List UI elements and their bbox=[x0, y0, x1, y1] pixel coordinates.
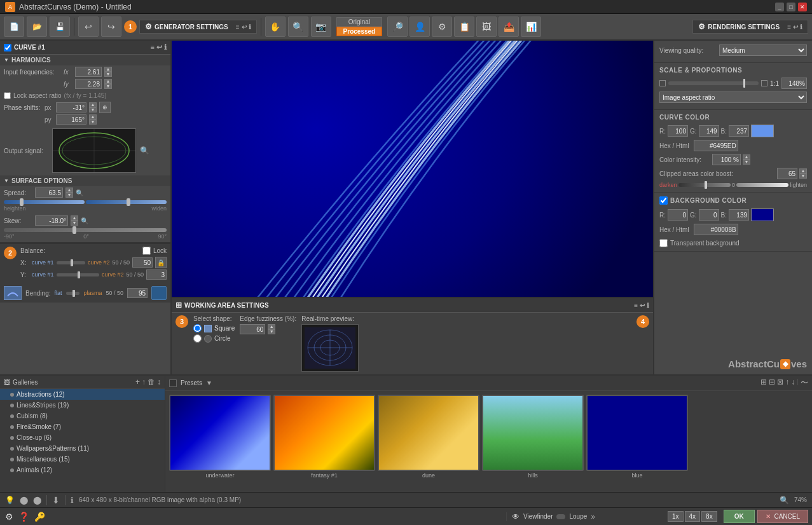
curve1-skew-up[interactable]: ▲ bbox=[71, 215, 78, 221]
bending-input[interactable] bbox=[127, 288, 148, 298]
curve-r-input[interactable] bbox=[668, 125, 688, 137]
curve1-skew-mag[interactable]: 🔍 bbox=[81, 217, 88, 224]
ok-button[interactable]: OK bbox=[724, 510, 755, 523]
curve1-harmonics-header[interactable]: HARMONICS bbox=[0, 55, 170, 65]
aspect-ratio-select[interactable]: Image aspect ratio bbox=[659, 92, 807, 103]
wa-menu-icon[interactable]: ≡ bbox=[634, 302, 638, 309]
curve1-py-input[interactable] bbox=[56, 114, 86, 125]
clipped-slider[interactable] bbox=[678, 183, 731, 187]
curve1-widen-slider[interactable] bbox=[86, 199, 167, 205]
save-btn[interactable]: 💾 bbox=[50, 17, 70, 37]
maximize-btn[interactable]: □ bbox=[787, 3, 795, 11]
canvas-area[interactable] bbox=[172, 41, 653, 297]
bg-hex-input[interactable] bbox=[694, 224, 738, 235]
gallery-export-icon[interactable]: ↑ bbox=[142, 378, 146, 386]
shape-square-radio[interactable] bbox=[193, 324, 202, 332]
toggle1[interactable]: ⬤ bbox=[20, 496, 28, 505]
gallery-list-item[interactable]: Close-up (6) bbox=[0, 432, 165, 443]
badge-1[interactable]: 1 bbox=[124, 20, 137, 33]
camera-tool[interactable]: 📷 bbox=[311, 17, 331, 37]
clipped-input[interactable] bbox=[777, 168, 797, 179]
preset-thumb-item[interactable]: dune bbox=[378, 395, 479, 488]
blend-x-input[interactable] bbox=[132, 257, 153, 268]
gen-menu-icon[interactable]: ≡ bbox=[236, 24, 240, 31]
curve1-checkbox[interactable] bbox=[4, 44, 11, 51]
bending-slider[interactable] bbox=[66, 292, 80, 295]
curve-g-input[interactable] bbox=[699, 125, 719, 137]
view-original-btn[interactable]: Original bbox=[336, 17, 383, 27]
badge-3[interactable]: 3 bbox=[175, 315, 188, 328]
bg-r-input[interactable] bbox=[668, 209, 688, 221]
bg-color-checkbox[interactable] bbox=[659, 196, 668, 205]
blend-lock-checkbox[interactable] bbox=[142, 247, 151, 255]
edge-input[interactable] bbox=[240, 324, 265, 334]
presets-icon3[interactable]: ⊠ bbox=[777, 378, 783, 388]
gallery-list-item[interactable]: Fire&Smoke (7) bbox=[0, 421, 165, 432]
down-icon[interactable]: ⬇ bbox=[52, 495, 60, 505]
curve1-skew-slider[interactable] bbox=[4, 228, 167, 232]
viewfinder-toggle[interactable] bbox=[556, 514, 565, 519]
zoom-tool[interactable]: 🔍 bbox=[288, 17, 308, 37]
undo-btn[interactable]: ↩ bbox=[78, 17, 99, 37]
blend-y-input[interactable] bbox=[146, 269, 167, 280]
help-icon[interactable]: ❓ bbox=[18, 512, 29, 522]
tool1[interactable]: 🔎 bbox=[387, 17, 408, 37]
zoom-1x-btn[interactable]: 1x bbox=[668, 511, 684, 522]
presets-icon2[interactable]: ⊟ bbox=[769, 378, 775, 388]
bg-g-input[interactable] bbox=[699, 209, 719, 221]
presets-icon5[interactable]: ↓ bbox=[791, 378, 795, 388]
curve1-fy-input[interactable] bbox=[75, 79, 102, 89]
curve1-py-up[interactable]: ▲ bbox=[89, 114, 97, 119]
curve1-undo-icon[interactable]: ↩ bbox=[156, 43, 162, 51]
presets-curve-icon[interactable]: 〜 bbox=[801, 378, 808, 388]
preset-thumb-item[interactable]: blue bbox=[586, 395, 688, 488]
curve1-info-icon[interactable]: ℹ bbox=[164, 43, 167, 51]
bg-color-swatch[interactable] bbox=[751, 208, 774, 221]
gallery-delete-icon[interactable]: 🗑 bbox=[148, 378, 155, 386]
clipped-down[interactable]: ▼ bbox=[799, 174, 807, 179]
gen-undo-icon[interactable]: ↩ bbox=[242, 24, 247, 31]
viewing-quality-select[interactable]: Medium Low High bbox=[719, 44, 807, 56]
clipped-slider-right[interactable] bbox=[736, 183, 788, 187]
tool5[interactable]: 🖼 bbox=[476, 17, 497, 37]
new-btn[interactable]: 📄 bbox=[4, 17, 24, 37]
wa-info-icon[interactable]: ℹ bbox=[647, 302, 649, 309]
bg-b-input[interactable] bbox=[729, 209, 749, 221]
curve1-surface-header[interactable]: SURFACE OPTIONS bbox=[0, 175, 170, 186]
hand-tool[interactable]: ✋ bbox=[265, 17, 286, 37]
gallery-list-item[interactable]: Abstractions (12) bbox=[0, 389, 165, 400]
gallery-sort-icon[interactable]: ↕ bbox=[157, 378, 161, 386]
bending-wave-icon[interactable] bbox=[151, 286, 167, 300]
scale-pct-input[interactable] bbox=[781, 78, 807, 89]
curve1-fy-down[interactable]: ▼ bbox=[104, 84, 112, 89]
close-btn[interactable]: ✕ bbox=[798, 3, 807, 11]
gallery-list-item[interactable]: Lines&Stripes (19) bbox=[0, 400, 165, 411]
rend-menu-icon[interactable]: ≡ bbox=[787, 24, 791, 31]
settings-icon[interactable]: ⚙ bbox=[5, 512, 13, 522]
preset-thumb-item[interactable]: hills bbox=[482, 395, 584, 488]
curve1-fx-input[interactable] bbox=[75, 67, 102, 77]
gallery-add-icon[interactable]: + bbox=[135, 378, 140, 386]
curve-color-swatch[interactable] bbox=[751, 125, 774, 137]
color-intensity-input[interactable] bbox=[712, 154, 741, 165]
curve1-py-down[interactable]: ▼ bbox=[89, 119, 97, 125]
curve1-fx-down[interactable]: ▼ bbox=[104, 72, 112, 77]
zoom-8x-btn[interactable]: 8x bbox=[701, 511, 717, 522]
preset-thumb-item[interactable]: fantasy #1 bbox=[273, 395, 375, 488]
curve1-fy-up[interactable]: ▲ bbox=[104, 79, 112, 84]
curve1-spread-mag[interactable]: 🔍 bbox=[76, 189, 83, 196]
tool2[interactable]: 👤 bbox=[409, 17, 430, 37]
gallery-list-item[interactable]: Wallpapers&Patterns (11) bbox=[0, 443, 165, 454]
curve1-heighten-slider[interactable] bbox=[4, 199, 85, 205]
ci-up[interactable]: ▲ bbox=[743, 154, 750, 160]
transparent-checkbox[interactable] bbox=[659, 239, 668, 247]
badge-4[interactable]: 4 bbox=[637, 315, 649, 328]
cancel-button[interactable]: ✕ CANCEL bbox=[757, 510, 808, 523]
shape-circle-radio[interactable] bbox=[193, 334, 202, 343]
edge-down[interactable]: ▼ bbox=[268, 329, 275, 334]
toggle2[interactable]: ⬤ bbox=[33, 496, 41, 505]
preset-thumb-item[interactable]: underwater bbox=[169, 395, 271, 488]
gallery-list-item[interactable]: Cubism (8) bbox=[0, 411, 165, 421]
curve1-px-up[interactable]: ▲ bbox=[89, 102, 97, 107]
key-icon[interactable]: 🔑 bbox=[34, 512, 45, 522]
